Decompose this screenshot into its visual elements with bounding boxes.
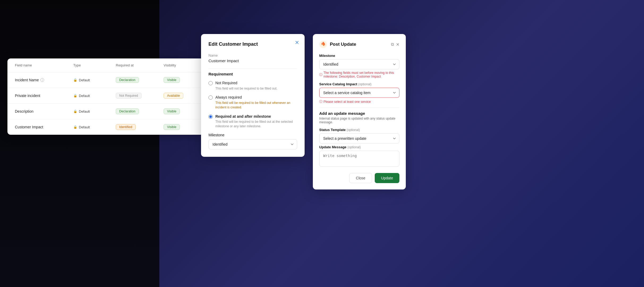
close-button[interactable]: ✕ <box>295 39 299 46</box>
modal-footer: Close Update <box>319 173 399 183</box>
radio-desc: This field will be required to be filled… <box>215 120 297 129</box>
visibility-badge: Visible <box>164 77 180 83</box>
milestone-label: Milestone <box>208 133 297 137</box>
status-template-optional: (optional) <box>347 128 360 132</box>
name-value: Customer Impact <box>208 58 297 63</box>
radio-option-content: Always required This field will be requi… <box>215 95 297 109</box>
close-button[interactable]: Close <box>349 173 372 183</box>
table-header: Field name Type Required at Visibility A… <box>7 58 204 72</box>
field-name-text: Incident Name <box>15 78 39 82</box>
status-template-label: Status Template (optional) <box>319 128 399 132</box>
service-catalog-error: ⓘ Please select at least one service <box>319 99 399 104</box>
table-row: Customer Impact 🔒 Default Identified Vis… <box>7 119 204 135</box>
fire-icon <box>319 40 327 48</box>
table-row: Incident Name i 🔒 Default Declaration Vi… <box>7 72 204 88</box>
visibility-cell: Available <box>164 93 203 99</box>
required-at-cell: Declaration <box>116 77 164 83</box>
update-section-sub: Internal status page is updated with any… <box>319 117 399 124</box>
col-type: Type <box>73 63 116 67</box>
update-message-label: Update Message (optional) <box>319 145 399 149</box>
col-required-at: Required at <box>116 63 164 67</box>
radio-option-not-required: Not Required This field will not be requ… <box>208 81 297 91</box>
milestone-select[interactable]: Identified Investigating Resolved <box>208 139 297 149</box>
radio-option-content: Required at and after milestone This fie… <box>215 114 297 129</box>
modal-title: Edit Customer Impact <box>208 41 297 47</box>
radio-required-milestone[interactable] <box>208 115 213 119</box>
table-row: Private incident 🔒 Default Not Required … <box>7 88 204 104</box>
post-update-modal: Post Update ⧉ ✕ Milestone Identified Inv… <box>313 34 406 189</box>
radio-always-required[interactable] <box>208 95 213 100</box>
visibility-badge: Available <box>164 93 183 99</box>
post-close-button[interactable]: ✕ <box>396 42 399 47</box>
required-at-badge: Declaration <box>116 108 139 114</box>
required-at-cell: Declaration <box>116 108 164 114</box>
type-cell: 🔒 Default <box>73 109 116 113</box>
edit-modal: Edit Customer Impact ✕ Name Customer Imp… <box>201 34 305 157</box>
type-cell: 🔒 Default <box>73 78 116 82</box>
col-visibility: Visibility <box>164 63 203 67</box>
required-at-cell: Identified <box>116 124 164 130</box>
service-catalog-optional: (optional) <box>358 82 372 86</box>
visibility-badge: Visible <box>164 124 180 130</box>
field-name-cell: Private incident <box>15 94 73 98</box>
post-milestone-select[interactable]: Identified Investigating Resolved <box>319 59 399 69</box>
type-text: Default <box>79 109 90 113</box>
status-template-select[interactable]: Select a prewritten update <box>319 133 399 144</box>
type-text: Default <box>79 125 90 129</box>
radio-option-required-milestone: Required at and after milestone This fie… <box>208 114 297 129</box>
post-title-group: Post Update <box>319 40 356 48</box>
milestone-error: ⓘ The following fields must set before m… <box>319 71 399 78</box>
type-text: Default <box>79 78 90 82</box>
error-text: Please select at least one service <box>323 100 371 104</box>
milestone-form-label: Milestone <box>319 54 399 58</box>
required-at-cell: Not Required <box>116 93 164 99</box>
post-title: Post Update <box>330 42 356 47</box>
radio-option-content: Not Required This field will not be requ… <box>215 81 277 91</box>
radio-option-always-required: Always required This field will be requi… <box>208 95 297 109</box>
requirement-section-title: Requirement <box>208 72 297 76</box>
field-name-text: Private incident <box>15 94 40 98</box>
field-name-text: Description <box>15 109 33 113</box>
lock-icon: 🔒 <box>73 94 77 98</box>
field-name-cell: Incident Name i <box>15 78 73 82</box>
required-at-badge: Declaration <box>116 77 139 83</box>
name-label: Name <box>208 53 297 57</box>
info-icon: i <box>40 78 44 82</box>
error-text: The following fields must set before mov… <box>323 71 399 78</box>
radio-desc: This field will not be required to be fi… <box>215 86 277 91</box>
table-row: Description 🔒 Default Declaration Visibl… <box>7 104 204 119</box>
update-message-textarea[interactable] <box>319 151 399 167</box>
radio-label: Not Required <box>215 81 277 86</box>
radio-label: Required at and after milestone <box>215 114 297 119</box>
post-header: Post Update ⧉ ✕ <box>319 40 399 48</box>
field-name-cell: Customer Impact <box>15 125 73 129</box>
update-section-title: Add an update message <box>319 111 399 116</box>
radio-desc: This field will be required to be filled… <box>215 101 297 110</box>
field-name-text: Customer Impact <box>15 125 43 129</box>
divider <box>208 68 297 69</box>
type-cell: 🔒 Default <box>73 125 116 129</box>
lock-icon: 🔒 <box>73 109 77 113</box>
field-name-cell: Description <box>15 109 73 113</box>
radio-not-required[interactable] <box>208 81 213 85</box>
required-at-badge: Not Required <box>116 93 142 99</box>
service-catalog-label: Service Catalog Impact (optional) <box>319 82 399 86</box>
visibility-cell: Visible <box>164 77 203 83</box>
visibility-cell: Visible <box>164 124 203 130</box>
lock-icon: 🔒 <box>73 78 77 82</box>
maximize-button[interactable]: ⧉ <box>391 42 394 47</box>
fields-table: Field name Type Required at Visibility A… <box>7 58 204 135</box>
post-header-actions: ⧉ ✕ <box>391 42 399 47</box>
radio-label: Always required <box>215 95 297 100</box>
col-field-name: Field name <box>15 63 73 67</box>
required-at-badge: Identified <box>116 124 136 130</box>
divider <box>319 108 399 108</box>
visibility-badge: Visible <box>164 108 180 114</box>
update-button[interactable]: Update <box>375 173 399 183</box>
lock-icon: 🔒 <box>73 125 77 129</box>
error-icon: ⓘ <box>319 73 322 77</box>
update-message-optional: (optional) <box>347 145 361 149</box>
visibility-cell: Visible <box>164 108 203 114</box>
service-catalog-select[interactable]: Select a service catalog item <box>319 88 399 98</box>
type-text: Default <box>79 94 90 98</box>
